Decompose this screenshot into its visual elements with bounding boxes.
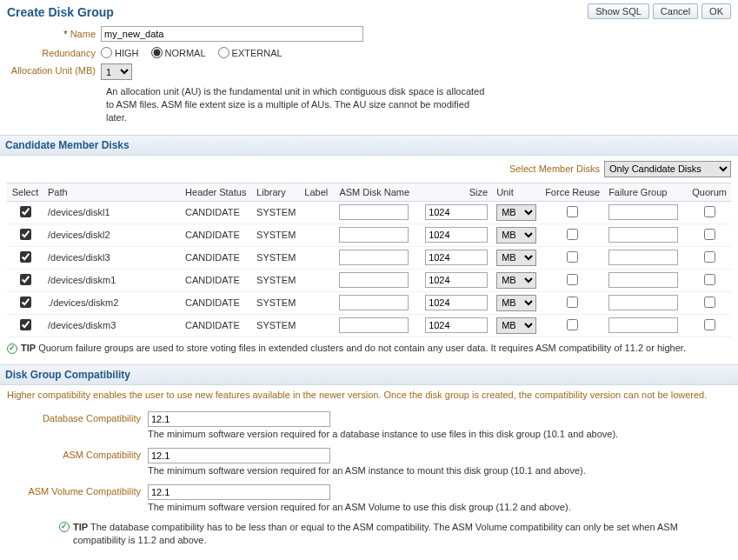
col-failure-group: Failure Group: [604, 183, 688, 201]
redundancy-high-radio[interactable]: [101, 47, 112, 58]
tip-icon: [7, 343, 17, 354]
row-label: [300, 223, 335, 246]
select-member-disks-label: Select Member Disks: [509, 163, 600, 174]
row-library: SYSTEM: [252, 314, 300, 337]
table-row: /devices/diskl1CANDIDATESYSTEMMB: [7, 201, 731, 223]
compat-section-title: Disk Group Compatibility: [0, 364, 738, 385]
col-path: Path: [43, 183, 181, 201]
row-force-reuse-checkbox[interactable]: [567, 319, 578, 330]
row-path: ./devices/diskm2: [43, 291, 181, 314]
tip-text: Quorum failure groups are used to store …: [38, 343, 686, 353]
row-label: [300, 246, 335, 269]
row-header-status: CANDIDATE: [181, 201, 252, 223]
tip-label: TIP: [21, 343, 36, 353]
col-header-status: Header Status: [181, 183, 252, 201]
row-size-input[interactable]: [425, 272, 488, 288]
select-member-disks-select[interactable]: Only Candidate Disks: [604, 161, 731, 177]
row-asm-disk-name-input[interactable]: [339, 204, 409, 220]
row-force-reuse-checkbox[interactable]: [567, 251, 578, 263]
row-force-reuse-checkbox[interactable]: [567, 297, 578, 308]
row-quorum-checkbox[interactable]: [704, 274, 715, 285]
row-size-input[interactable]: [425, 204, 488, 220]
table-row: /devices/diskm3CANDIDATESYSTEMMB: [7, 314, 731, 337]
row-quorum-checkbox[interactable]: [704, 251, 715, 263]
row-quorum-checkbox[interactable]: [704, 206, 715, 217]
redundancy-external[interactable]: EXTERNAL: [218, 47, 283, 58]
row-failure-group-input[interactable]: [608, 295, 678, 310]
db-compat-input[interactable]: [148, 411, 330, 427]
row-select-checkbox[interactable]: [20, 274, 31, 285]
row-failure-group-input[interactable]: [608, 317, 678, 333]
row-size-input[interactable]: [425, 295, 488, 310]
row-asm-disk-name-input[interactable]: [339, 295, 409, 310]
allocation-unit-label: Allocation Unit (MB): [7, 63, 101, 76]
row-unit-select[interactable]: MB: [496, 204, 536, 221]
row-size-input[interactable]: [425, 227, 488, 243]
asm-compat-input[interactable]: [148, 448, 330, 463]
asm-compat-label: ASM Compatibility: [7, 448, 148, 460]
row-label: [300, 314, 335, 337]
row-label: [300, 201, 335, 223]
redundancy-normal[interactable]: NORMAL: [151, 47, 206, 58]
redundancy-high[interactable]: HIGH: [101, 47, 139, 58]
row-select-checkbox[interactable]: [20, 206, 31, 217]
row-quorum-checkbox[interactable]: [704, 319, 715, 330]
redundancy-normal-radio[interactable]: [151, 47, 163, 58]
row-size-input[interactable]: [425, 250, 488, 265]
name-input[interactable]: [101, 26, 363, 42]
row-failure-group-input[interactable]: [608, 204, 678, 220]
table-row: /devices/diskm1CANDIDATESYSTEMMB: [7, 269, 731, 291]
col-unit: Unit: [492, 183, 541, 201]
vol-compat-input[interactable]: [148, 484, 330, 500]
show-sql-button[interactable]: Show SQL: [588, 3, 649, 19]
row-failure-group-input[interactable]: [608, 227, 678, 243]
candidate-section-title: Candidate Member Disks: [0, 135, 738, 156]
row-force-reuse-checkbox[interactable]: [567, 229, 578, 240]
row-quorum-checkbox[interactable]: [704, 297, 715, 308]
row-path: /devices/diskl2: [43, 223, 181, 246]
row-asm-disk-name-input[interactable]: [339, 227, 409, 243]
table-row: /devices/diskl2CANDIDATESYSTEMMB: [7, 223, 731, 246]
row-path: /devices/diskm1: [43, 269, 181, 291]
page-title: Create Disk Group: [7, 5, 114, 19]
row-unit-select[interactable]: MB: [496, 295, 536, 311]
row-failure-group-input[interactable]: [608, 272, 678, 288]
redundancy-external-radio[interactable]: [218, 47, 229, 58]
row-size-input[interactable]: [425, 317, 488, 333]
row-quorum-checkbox[interactable]: [704, 229, 715, 240]
row-header-status: CANDIDATE: [181, 223, 252, 246]
row-failure-group-input[interactable]: [608, 250, 678, 265]
redundancy-external-label: EXTERNAL: [232, 48, 283, 58]
candidate-disk-table: Select Path Header Status Library Label …: [7, 183, 731, 337]
row-select-checkbox[interactable]: [20, 251, 31, 263]
row-unit-select[interactable]: MB: [496, 227, 536, 243]
row-header-status: CANDIDATE: [181, 291, 252, 314]
row-select-checkbox[interactable]: [20, 319, 31, 330]
row-path: /devices/diskl3: [43, 246, 181, 269]
row-force-reuse-checkbox[interactable]: [567, 206, 578, 217]
allocation-unit-select[interactable]: 1: [101, 63, 132, 80]
col-library: Library: [252, 183, 300, 201]
vol-compat-note: The minimum software version required fo…: [148, 502, 571, 512]
row-library: SYSTEM: [252, 269, 300, 291]
row-asm-disk-name-input[interactable]: [339, 272, 409, 288]
ok-button[interactable]: OK: [701, 3, 731, 19]
compat-tip-label: TIP: [73, 522, 88, 532]
redundancy-normal-label: NORMAL: [165, 48, 206, 58]
redundancy-high-label: HIGH: [115, 48, 139, 58]
compat-tip-text: The database compatibility has to be les…: [73, 522, 678, 545]
row-force-reuse-checkbox[interactable]: [567, 274, 578, 285]
row-unit-select[interactable]: MB: [496, 317, 536, 334]
row-unit-select[interactable]: MB: [496, 250, 536, 266]
row-asm-disk-name-input[interactable]: [339, 250, 409, 265]
row-library: SYSTEM: [252, 201, 300, 223]
row-header-status: CANDIDATE: [181, 246, 252, 269]
vol-compat-label: ASM Volume Compatibility: [7, 484, 148, 497]
asm-compat-note: The minimum software version required fo…: [148, 465, 586, 476]
row-library: SYSTEM: [252, 223, 300, 246]
row-select-checkbox[interactable]: [20, 297, 31, 308]
cancel-button[interactable]: Cancel: [653, 3, 698, 19]
row-asm-disk-name-input[interactable]: [339, 317, 409, 333]
row-select-checkbox[interactable]: [20, 229, 31, 240]
row-unit-select[interactable]: MB: [496, 272, 536, 289]
